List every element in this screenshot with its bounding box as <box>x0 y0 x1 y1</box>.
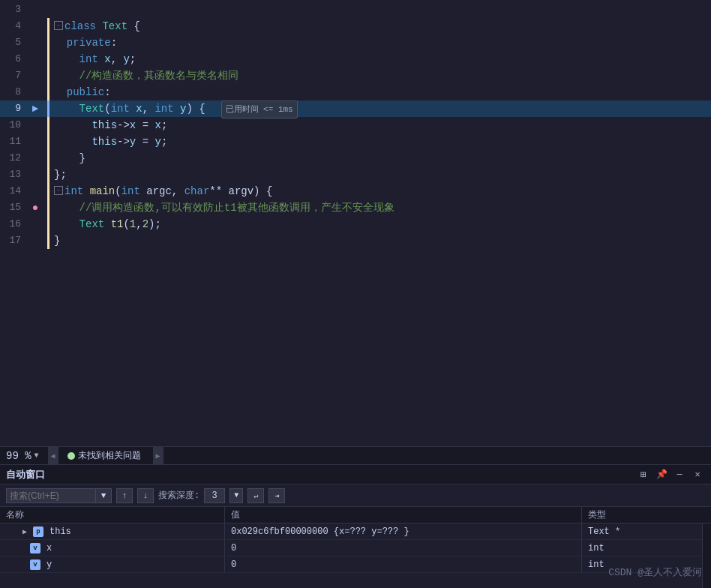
code-content[interactable]: } <box>54 150 711 166</box>
code-content[interactable]: int x, y; <box>54 51 711 68</box>
code-content[interactable]: //构造函数，其函数名与类名相同 <box>54 68 711 84</box>
scroll-right-btn[interactable]: ▶ <box>153 447 164 465</box>
code-content[interactable]: public: <box>54 84 711 100</box>
indent-marker <box>42 200 54 216</box>
table-row: 9 ► Text(int x, int y) { 已用时间 <= 1ms <box>0 100 711 117</box>
indent-marker <box>42 100 54 117</box>
watermark: CSDN @圣人不入爱河 <box>608 566 702 579</box>
debug-arrow-col <box>28 232 42 249</box>
var-type-cell: Text * <box>582 524 702 539</box>
close-btn[interactable]: ✕ <box>690 468 705 482</box>
indent-marker <box>42 34 54 51</box>
col-type-header: 类型 <box>582 507 702 523</box>
table-row: 3 <box>0 2 711 18</box>
table-row: 14 -int main(int argc, char** argv) { <box>0 183 711 200</box>
toolbar-icon2[interactable]: ⇥ <box>268 488 285 503</box>
code-content[interactable]: this->x = x; <box>54 117 711 134</box>
table-row: 12 } <box>0 150 711 166</box>
code-content[interactable]: }; <box>54 166 711 183</box>
code-content[interactable] <box>54 2 711 18</box>
var-icon: v <box>30 543 40 554</box>
debug-arrow-col <box>28 150 42 166</box>
code-content[interactable]: private: <box>54 34 711 51</box>
zoom-dropdown-icon[interactable]: ▼ <box>34 452 39 460</box>
code-editor: 3 4 -class Text { 5 private: 6 int x, y; <box>0 0 711 446</box>
line-number: 13 <box>0 166 28 183</box>
var-name-cell: v x <box>0 540 225 556</box>
line-number: 3 <box>0 2 28 18</box>
code-content[interactable]: -int main(int argc, char** argv) { <box>54 183 711 200</box>
zoom-control[interactable]: 99 % ▼ <box>6 450 39 462</box>
line-number: 10 <box>0 117 28 134</box>
arrow-down-btn[interactable]: ↓ <box>137 488 154 503</box>
no-issues-label: 未找到相关问题 <box>78 449 141 462</box>
var-value-cell: 0 <box>225 540 582 556</box>
var-icon: v <box>30 560 40 570</box>
debug-arrow-col <box>28 166 42 183</box>
var-name: this <box>50 526 71 537</box>
var-name: x <box>46 543 52 554</box>
line-number: 17 <box>0 232 28 249</box>
table-row: 6 int x, y; <box>0 51 711 68</box>
indent-marker <box>42 232 54 249</box>
editor-area: 3 4 -class Text { 5 private: 6 int x, y; <box>0 0 711 446</box>
pin-btn[interactable]: 📌 <box>654 468 669 482</box>
indent-marker <box>42 117 54 134</box>
table-row: 13 }; <box>0 166 711 183</box>
variable-table: 名称 值 类型 ▶ p this 0x029c6fbf00000000 {x=?… <box>0 507 711 588</box>
code-content[interactable]: -class Text { <box>54 18 711 34</box>
debug-arrow-col <box>28 2 42 18</box>
line-number: 12 <box>0 150 28 166</box>
scroll-left-btn[interactable]: ◀ <box>48 447 58 465</box>
indent-marker <box>42 84 54 100</box>
zoom-value: 99 % <box>6 450 32 462</box>
indent-marker <box>42 134 54 150</box>
auto-window-toolbar: ▼ ↑ ↓ 搜索深度: 3 ▼ ↵ ⇥ <box>0 484 711 507</box>
line-number: 14 <box>0 183 28 200</box>
line-number: 16 <box>0 216 28 232</box>
pin-icon[interactable]: ⊞ <box>636 468 651 482</box>
line-number: 11 <box>0 134 28 150</box>
tree-expand-icon[interactable]: ▶ <box>20 526 30 537</box>
var-table-header: 名称 值 类型 <box>0 507 711 524</box>
indent-marker <box>42 51 54 68</box>
minimize-btn[interactable]: — <box>672 468 687 482</box>
search-dropdown-btn[interactable]: ▼ <box>95 488 112 503</box>
debug-arrow-col <box>28 216 42 232</box>
window-controls: ⊞ 📌 — ✕ <box>636 468 705 482</box>
var-table-body: ▶ p this 0x029c6fbf00000000 {x=??? y=???… <box>0 524 711 588</box>
depth-dropdown[interactable]: ▼ <box>230 488 243 503</box>
var-type-cell: int <box>582 540 702 556</box>
var-name-cell: ▶ p this <box>0 524 225 539</box>
line-number: 5 <box>0 34 28 51</box>
debug-arrow-col <box>28 68 42 84</box>
code-content[interactable]: Text t1(1,2); <box>54 216 711 232</box>
status-bar: 99 % ▼ ◀ 未找到相关问题 ▶ <box>0 446 711 464</box>
auto-window-panel: 自动窗口 ⊞ 📌 — ✕ ▼ ↑ ↓ 搜索深度: 3 ▼ ↵ ⇥ 名称 值 类型 <box>0 464 711 588</box>
table-row: 15 ● //调用构造函数,可以有效防止t1被其他函数调用，产生不安全现象 <box>0 200 711 216</box>
var-value-cell: 0 <box>225 556 582 572</box>
code-content[interactable]: this->y = y; <box>54 134 711 150</box>
arrow-up-btn[interactable]: ↑ <box>116 488 133 503</box>
search-container: ▼ <box>6 488 112 503</box>
table-row[interactable]: ▶ p this 0x029c6fbf00000000 {x=??? y=???… <box>0 524 711 540</box>
toolbar-icon1[interactable]: ↵ <box>248 488 264 503</box>
no-issues-indicator: 未找到相关问题 <box>68 449 141 462</box>
indent-marker <box>42 18 54 34</box>
code-content[interactable]: Text(int x, int y) { 已用时间 <= 1ms <box>54 100 711 117</box>
table-row[interactable]: v x 0 int <box>0 540 711 556</box>
line-number: 6 <box>0 51 28 68</box>
indent-marker <box>42 2 54 18</box>
depth-label: 搜索深度: <box>158 489 200 502</box>
line-number: 4 <box>0 18 28 34</box>
line-number: 7 <box>0 68 28 84</box>
indent-marker <box>42 150 54 166</box>
table-row[interactable]: v y 0 int <box>0 556 711 573</box>
code-content[interactable]: //调用构造函数,可以有效防止t1被其他函数调用，产生不安全现象 <box>54 200 711 216</box>
code-content[interactable]: } <box>54 232 711 249</box>
breakpoint-icon: ● <box>32 202 38 214</box>
debug-arrow-icon: ► <box>32 103 38 115</box>
vertical-scrollbar[interactable] <box>702 524 711 588</box>
var-name-cell: v y <box>0 556 225 572</box>
search-input[interactable] <box>6 488 96 503</box>
